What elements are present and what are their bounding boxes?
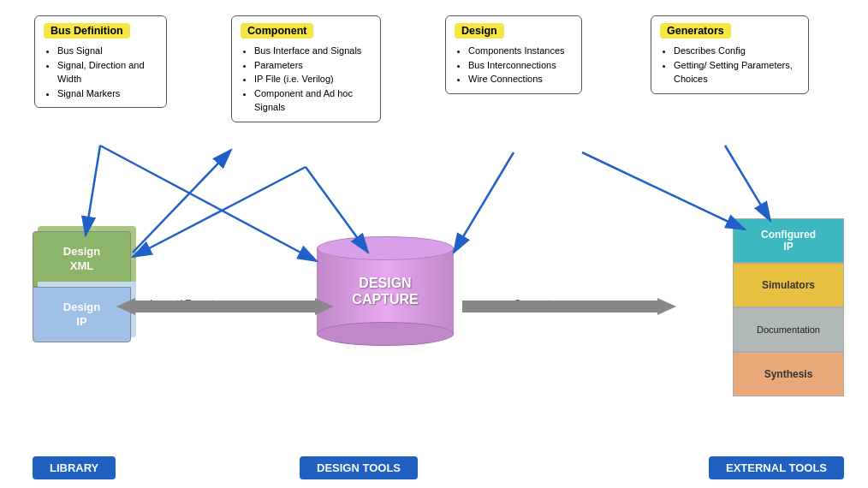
design-capture-cylinder: DESIGNCAPTURE xyxy=(317,248,454,334)
svg-line-4 xyxy=(86,146,100,235)
bus-item-3: Signal Markers xyxy=(57,86,158,101)
design-box: Design Components Instances Bus Intercon… xyxy=(445,15,582,94)
configured-ip-label: ConfiguredIP xyxy=(761,229,816,253)
design-ip-block: DesignIP xyxy=(33,287,131,342)
svg-line-10 xyxy=(725,146,770,221)
simulators-block: Simulators xyxy=(733,263,844,307)
bus-item-1: Bus Signal xyxy=(57,44,158,58)
comp-item-2: Parameters xyxy=(254,58,372,73)
design-xml-block: DesignXML xyxy=(33,231,131,287)
design-title: Design xyxy=(455,23,504,39)
documentation-label: Documentation xyxy=(757,324,820,335)
design-list: Components Instances Bus Interconnection… xyxy=(455,44,573,86)
svg-line-8 xyxy=(454,152,514,253)
bus-definition-box: Bus Definition Bus Signal Signal, Direct… xyxy=(34,15,167,108)
gen-item-1: Describes Config xyxy=(674,44,800,58)
bus-definition-title: Bus Definition xyxy=(44,23,130,39)
cylinder-body: DESIGNCAPTURE xyxy=(317,248,454,334)
component-title: Component xyxy=(241,23,313,39)
bus-item-2: Signal, Direction and Width xyxy=(57,58,158,86)
comp-item-1: Bus Interface and Signals xyxy=(254,44,372,58)
generators-box: Generators Describes Config Getting/ Set… xyxy=(651,15,809,94)
synthesis-block: Synthesis xyxy=(733,352,844,396)
import-export-label: Import/ Export xyxy=(150,298,214,310)
svg-line-6 xyxy=(133,167,306,257)
external-tools-label: EXTERNAL TOOLS xyxy=(709,456,844,479)
design-tools-label: DESIGN TOOLS xyxy=(300,456,418,479)
cylinder-text: DESIGNCAPTURE xyxy=(352,275,418,307)
library-label: LIBRARY xyxy=(33,456,116,479)
generators-title: Generators xyxy=(660,23,731,39)
library-stack: DesignXML DesignIP xyxy=(33,231,131,342)
svg-line-11 xyxy=(133,150,231,253)
generators-arrow-label: Generators xyxy=(514,298,565,310)
cylinder-bottom xyxy=(317,322,454,346)
design-item-2: Bus Interconnections xyxy=(468,58,573,73)
synthesis-label: Synthesis xyxy=(764,368,813,380)
design-xml-label: DesignXML xyxy=(63,245,100,274)
component-box: Component Bus Interface and Signals Para… xyxy=(231,15,381,122)
configured-ip-block: ConfiguredIP xyxy=(733,218,844,263)
main-container: { "boxes": { "bus": { "title": "Bus Defi… xyxy=(0,0,868,488)
generators-list: Describes Config Getting/ Setting Parame… xyxy=(660,44,800,86)
component-list: Bus Interface and Signals Parameters IP … xyxy=(241,44,372,115)
comp-item-3: IP File (i.e. Verilog) xyxy=(254,72,372,86)
design-item-3: Wire Connections xyxy=(468,72,573,86)
svg-marker-16 xyxy=(657,298,676,315)
design-item-1: Components Instances xyxy=(468,44,573,58)
comp-item-4: Component and Ad hoc Signals xyxy=(254,86,372,115)
simulators-label: Simulators xyxy=(762,279,815,291)
documentation-block: Documentation xyxy=(733,307,844,352)
bus-definition-list: Bus Signal Signal, Direction and Width S… xyxy=(44,44,158,100)
svg-line-9 xyxy=(582,152,745,229)
svg-line-5 xyxy=(100,146,317,261)
gen-item-2: Getting/ Setting Parameters, Choices xyxy=(674,58,800,86)
external-tools-stack: ConfiguredIP Simulators Documentation Sy… xyxy=(733,218,844,396)
design-ip-label: DesignIP xyxy=(63,301,100,330)
cylinder-top xyxy=(317,236,454,260)
